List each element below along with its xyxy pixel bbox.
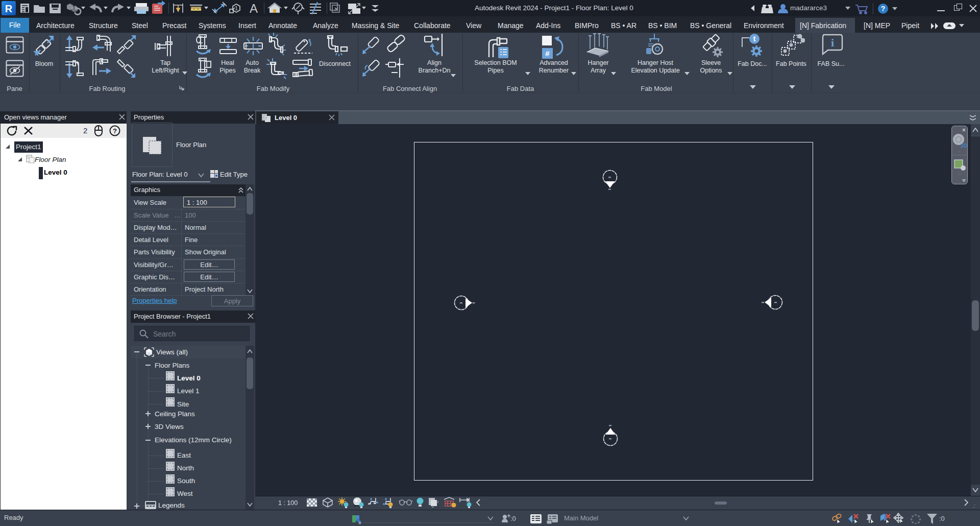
svg-text:#: # — [545, 49, 550, 58]
svg-text:A: A — [250, 2, 258, 15]
svg-text:?: ? — [881, 5, 886, 13]
svg-text:R: R — [5, 3, 13, 14]
svg-text:i: i — [831, 36, 834, 49]
svg-text:?: ? — [113, 127, 117, 135]
svg-text:1: 1 — [235, 5, 238, 11]
svg-text:t: t — [753, 35, 756, 43]
svg-text:2D: 2D — [961, 142, 968, 149]
